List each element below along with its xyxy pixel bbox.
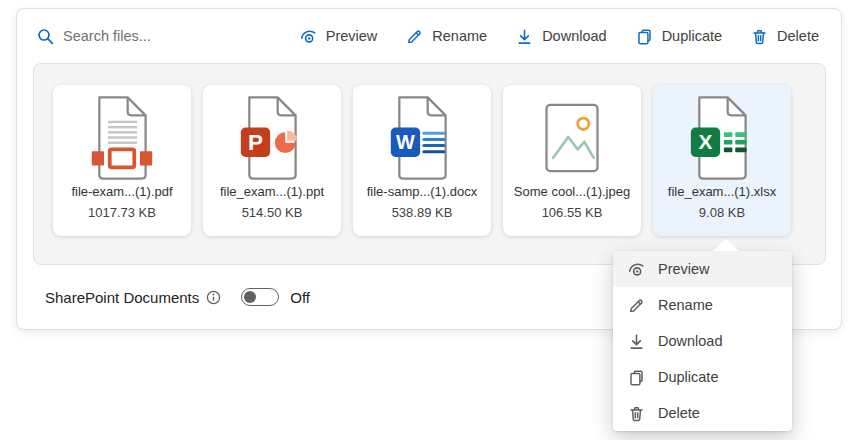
- file-name: file_exam...(1).xlsx: [668, 184, 776, 199]
- file-card-xlsx[interactable]: X file_exam...(1).xlsx 9.08 KB: [653, 85, 791, 236]
- file-size: 538.89 KB: [392, 205, 453, 220]
- file-name: file_exam...(1).ppt: [220, 184, 324, 199]
- menu-item-label: Duplicate: [658, 369, 718, 385]
- delete-icon: [628, 405, 645, 422]
- powerpoint-file-icon: P: [238, 94, 306, 182]
- rename-button[interactable]: Rename: [406, 28, 487, 45]
- rename-icon: [628, 297, 645, 314]
- duplicate-label: Duplicate: [662, 28, 722, 44]
- preview-icon: [300, 28, 317, 45]
- search-input[interactable]: [63, 28, 243, 44]
- delete-label: Delete: [777, 28, 819, 44]
- file-manager-widget: Preview Rename: [0, 0, 850, 440]
- image-file-icon: [538, 94, 606, 182]
- menu-item-delete[interactable]: Delete: [613, 395, 792, 431]
- file-size: 514.50 KB: [242, 205, 303, 220]
- context-menu-beak: [713, 239, 739, 251]
- file-card-pdf[interactable]: file-exam...(1).pdf 1017.73 KB: [53, 85, 191, 236]
- menu-item-download[interactable]: Download: [613, 323, 792, 359]
- download-label: Download: [542, 28, 607, 44]
- file-name: file-samp...(1).docx: [367, 184, 478, 199]
- download-button[interactable]: Download: [516, 28, 607, 45]
- menu-item-duplicate[interactable]: Duplicate: [613, 359, 792, 395]
- menu-item-label: Rename: [658, 297, 713, 313]
- preview-icon: [628, 261, 645, 278]
- file-name: Some cool...(1).jpeg: [514, 184, 630, 199]
- svg-text:W: W: [396, 131, 415, 153]
- duplicate-icon: [628, 369, 645, 386]
- delete-icon: [751, 28, 768, 45]
- menu-item-label: Preview: [658, 261, 710, 277]
- excel-file-icon: X: [688, 94, 756, 182]
- menu-item-preview[interactable]: Preview: [613, 251, 792, 287]
- info-icon[interactable]: [206, 290, 221, 305]
- search-box[interactable]: [37, 28, 243, 45]
- preview-label: Preview: [326, 28, 378, 44]
- preview-button[interactable]: Preview: [300, 28, 378, 45]
- download-icon: [628, 333, 645, 350]
- file-card-ppt[interactable]: P file_exam...(1).ppt 514.50 KB: [203, 85, 341, 236]
- toggle-knob: [244, 291, 256, 303]
- file-card-jpeg[interactable]: Some cool...(1).jpeg 106.55 KB: [503, 85, 641, 236]
- sharepoint-toggle[interactable]: [241, 288, 279, 306]
- svg-text:X: X: [699, 130, 713, 153]
- toggle-state-label: Off: [290, 289, 310, 306]
- menu-item-label: Download: [658, 333, 723, 349]
- duplicate-icon: [636, 28, 653, 45]
- toolbar: Preview Rename: [300, 28, 819, 45]
- file-size: 1017.73 KB: [88, 205, 156, 220]
- rename-icon: [406, 28, 423, 45]
- menu-item-label: Delete: [658, 405, 700, 421]
- file-size: 106.55 KB: [542, 205, 603, 220]
- file-card-docx[interactable]: W file-samp...(1).docx 538.89 KB: [353, 85, 491, 236]
- menu-item-rename[interactable]: Rename: [613, 287, 792, 323]
- file-name: file-exam...(1).pdf: [71, 184, 172, 199]
- delete-button[interactable]: Delete: [751, 28, 819, 45]
- context-menu: Preview Rename Download: [613, 251, 792, 431]
- file-list-container: file-exam...(1).pdf 1017.73 KB P file_ex…: [33, 63, 826, 265]
- footer-bar: SharePoint Documents Off: [45, 283, 310, 311]
- download-icon: [516, 28, 533, 45]
- sharepoint-documents-label: SharePoint Documents: [45, 289, 199, 306]
- search-icon: [37, 28, 54, 45]
- header-bar: Preview Rename: [17, 9, 841, 63]
- pdf-file-icon: [88, 94, 156, 182]
- duplicate-button[interactable]: Duplicate: [636, 28, 722, 45]
- file-size: 9.08 KB: [699, 205, 745, 220]
- word-file-icon: W: [388, 94, 456, 182]
- rename-label: Rename: [432, 28, 487, 44]
- svg-text:P: P: [248, 129, 263, 155]
